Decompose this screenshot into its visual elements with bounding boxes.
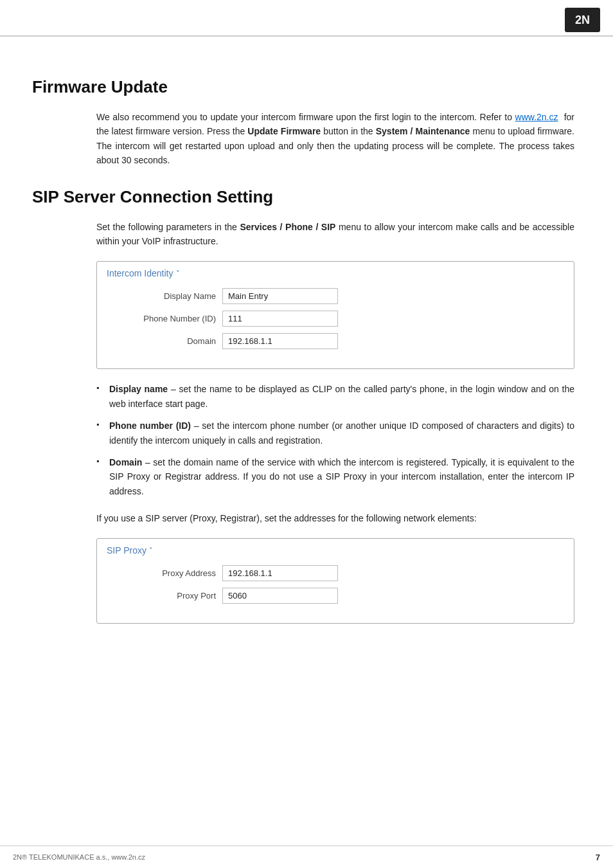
company-logo: 2N (565, 8, 600, 32)
proxy-port-row: Proxy Port (107, 588, 564, 604)
parameter-list: Display name – set the name to be displa… (96, 382, 574, 498)
sip-proxy-chevron[interactable]: ˅ (149, 547, 153, 555)
firmware-text-1: We also recommend you to update your int… (96, 112, 515, 122)
intercom-identity-chevron[interactable]: ˅ (176, 269, 180, 278)
footer-company: 2N® TELEKOMUNIKACE a.s., www.2n.cz (13, 853, 145, 861)
list-item-domain-bold: Domain (109, 457, 142, 467)
proxy-port-label: Proxy Port (107, 591, 222, 601)
sip-proxy-intro-text: If you use a SIP server (Proxy, Registra… (96, 511, 574, 525)
sip-proxy-title: SIP Proxy ˅ (107, 545, 564, 556)
page-number: 7 (596, 853, 600, 862)
phone-number-input[interactable] (222, 311, 338, 327)
list-item-domain: Domain – set the domain name of the serv… (96, 455, 574, 498)
page-footer: 2N® TELEKOMUNIKACE a.s., www.2n.cz 7 (0, 845, 613, 868)
domain-label: Domain (107, 336, 222, 346)
list-item-display-name-text: – set the name to be displayed as CLIP o… (109, 384, 574, 408)
list-item-phone-number: Phone number (ID) – set the intercom pho… (96, 419, 574, 448)
sip-proxy-panel: SIP Proxy ˅ Proxy Address Proxy Port (96, 538, 574, 624)
intercom-identity-panel: Intercom Identity ˅ Display Name Phone N… (96, 261, 574, 369)
firmware-update-heading: Firmware Update (32, 77, 581, 97)
sip-proxy-label: SIP Proxy (107, 545, 147, 556)
list-item-display-name: Display name – set the name to be displa… (96, 382, 574, 411)
proxy-address-input[interactable] (222, 565, 338, 581)
sip-intro-text-1: Set the following parameters in the Serv… (96, 222, 574, 246)
domain-row: Domain (107, 333, 564, 349)
intercom-identity-title: Intercom Identity ˅ (107, 268, 564, 278)
top-divider (0, 35, 613, 37)
list-item-display-name-bold: Display name (109, 384, 168, 394)
list-item-domain-text: – set the domain name of the service wit… (109, 457, 574, 496)
display-name-label: Display Name (107, 291, 222, 301)
proxy-port-input[interactable] (222, 588, 338, 604)
logo-area: 2N (565, 8, 600, 32)
sip-server-heading: SIP Server Connection Setting (32, 187, 581, 207)
proxy-address-label: Proxy Address (107, 568, 222, 578)
display-name-row: Display Name (107, 288, 564, 304)
domain-input[interactable] (222, 333, 338, 349)
sip-server-intro: Set the following parameters in the Serv… (96, 220, 574, 249)
phone-number-label: Phone Number (ID) (107, 314, 222, 323)
proxy-address-row: Proxy Address (107, 565, 564, 581)
phone-number-row: Phone Number (ID) (107, 311, 564, 327)
firmware-update-body: We also recommend you to update your int… (96, 110, 574, 168)
intercom-identity-label: Intercom Identity (107, 268, 173, 278)
firmware-link[interactable]: www.2n.cz (515, 112, 558, 122)
logo-text: 2N (575, 14, 590, 27)
main-content: Firmware Update We also recommend you to… (0, 45, 613, 675)
list-item-phone-number-bold: Phone number (ID) (109, 420, 191, 431)
display-name-input[interactable] (222, 288, 338, 304)
